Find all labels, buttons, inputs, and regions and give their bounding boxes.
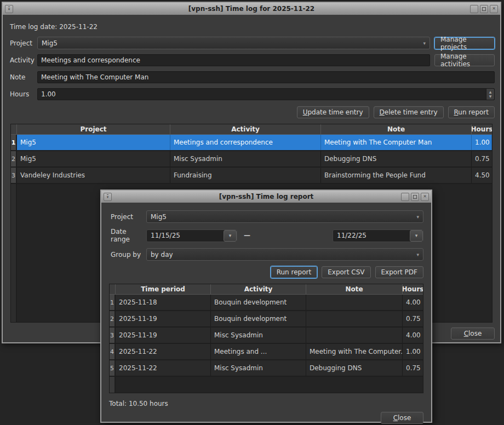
project-combobox[interactable]: Mig5 ▾ xyxy=(37,37,430,49)
report-titlebar[interactable]: ▾ [vpn-ssh] Time log report ✕ xyxy=(101,191,431,203)
time-log-date-label: Time log date: 2025-11-22 xyxy=(10,23,495,31)
column-header-note[interactable]: Note xyxy=(306,284,403,294)
report-row[interactable]: 3 2025-11-19 Misc Sysadmin 4.00 xyxy=(110,328,423,344)
manage-activities-button[interactable]: Manage activities xyxy=(434,54,495,66)
report-close-button[interactable]: Close xyxy=(381,412,423,424)
date-range-label: Date range xyxy=(109,228,146,243)
table-row[interactable]: 1 Mig5 Meetings and correspondence Meeti… xyxy=(11,135,492,151)
report-table: Time period Activity Note Hours 1 2025-1… xyxy=(109,284,423,393)
export-pdf-button[interactable]: Export PDF xyxy=(375,266,423,278)
report-row[interactable]: 2 2025-11-19 Bouquin development 0.75 xyxy=(110,311,423,328)
hours-spinner[interactable]: ▲ ▼ xyxy=(486,89,494,100)
note-input[interactable] xyxy=(37,71,495,83)
activity-input[interactable] xyxy=(37,54,430,66)
run-report-button[interactable]: Run report xyxy=(448,106,495,118)
report-run-report-button[interactable]: Run report xyxy=(271,266,317,278)
manage-projects-button[interactable]: Manage projects xyxy=(434,37,495,49)
time-log-titlebar[interactable]: ▾ [vpn-ssh] Time log for 2025-11-22 ✕ xyxy=(3,3,500,15)
hours-label: Hours xyxy=(8,90,37,98)
column-header-activity[interactable]: Activity xyxy=(170,124,321,134)
window-menu-icon[interactable]: ▾ xyxy=(104,193,112,201)
spin-up-icon: ▲ xyxy=(489,90,492,94)
column-header-note[interactable]: Note xyxy=(321,124,472,134)
update-time-entry-button[interactable]: Update time entry xyxy=(297,106,369,118)
project-label: Project xyxy=(8,39,37,47)
activity-label: Activity xyxy=(8,56,37,64)
total-hours-label: Total: 10.50 hours xyxy=(109,400,423,407)
table-row[interactable]: 2 Mig5 Misc Sysadmin Debugging DNS 0.75 xyxy=(11,151,492,168)
date-to-picker[interactable]: 11/22/25 ▾ xyxy=(333,229,423,242)
maximize-icon[interactable] xyxy=(411,193,419,201)
close-button[interactable]: Close xyxy=(451,328,495,340)
shade-icon[interactable] xyxy=(470,5,478,13)
report-row[interactable]: 5 2025-11-22 Misc Sysadmin Debugging DNS… xyxy=(110,360,423,377)
group-by-label: Group by xyxy=(109,251,146,259)
maximize-icon[interactable] xyxy=(480,5,488,13)
project-combobox-value: Mig5 xyxy=(42,39,58,47)
date-from-picker[interactable]: 11/15/25 ▾ xyxy=(146,229,237,242)
column-header-activity[interactable]: Activity xyxy=(211,284,306,294)
chevron-down-icon: ▾ xyxy=(423,41,426,46)
chevron-down-icon[interactable]: ▾ xyxy=(224,230,237,242)
spin-down-icon: ▼ xyxy=(489,95,492,98)
report-project-combobox[interactable]: Mig5 ▾ xyxy=(146,210,423,223)
chevron-down-icon: ▾ xyxy=(416,214,419,220)
dialog-title: [vpn-ssh] Time log report xyxy=(101,193,431,200)
time-log-report-dialog: ▾ [vpn-ssh] Time log report ✕ Project Mi… xyxy=(100,189,432,423)
window-title: [vpn-ssh] Time log for 2025-11-22 xyxy=(3,5,500,13)
report-row[interactable]: 1 2025-11-18 Bouquin development 4.00 xyxy=(110,295,423,311)
close-icon[interactable]: ✕ xyxy=(490,5,498,13)
export-csv-button[interactable]: Export CSV xyxy=(322,266,370,278)
column-header-hours[interactable]: Hours xyxy=(403,284,423,294)
group-by-combobox[interactable]: by day ▾ xyxy=(146,248,423,261)
window-menu-icon[interactable]: ▾ xyxy=(5,5,13,13)
hours-input[interactable] xyxy=(37,88,495,100)
date-range-separator: — xyxy=(244,232,250,239)
shade-icon[interactable] xyxy=(401,193,409,201)
table-row[interactable]: 3 Vandeley Industries Fundraising Brains… xyxy=(11,168,492,184)
close-icon[interactable]: ✕ xyxy=(421,193,429,201)
report-row[interactable]: 4 2025-11-22 Meetings and ... Meeting wi… xyxy=(110,344,423,360)
column-header-hours[interactable]: Hours xyxy=(472,124,492,134)
column-header-time-period[interactable]: Time period xyxy=(116,284,211,294)
delete-time-entry-button[interactable]: Delete time entry xyxy=(374,106,444,118)
chevron-down-icon[interactable]: ▾ xyxy=(410,230,423,242)
report-project-label: Project xyxy=(109,213,146,221)
note-label: Note xyxy=(8,73,37,81)
column-header-project[interactable]: Project xyxy=(17,124,170,134)
chevron-down-icon: ▾ xyxy=(416,252,419,257)
